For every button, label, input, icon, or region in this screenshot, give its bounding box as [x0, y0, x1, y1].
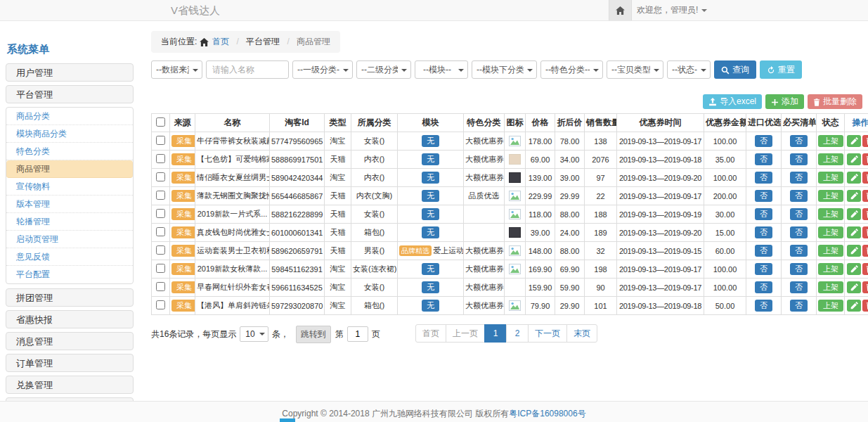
- edit-button[interactable]: [847, 208, 861, 220]
- edit-button[interactable]: [847, 226, 861, 238]
- sidebar-item[interactable]: 版本管理: [6, 196, 133, 213]
- sidebar-section[interactable]: 省惠快报: [6, 310, 134, 328]
- jump-to-button[interactable]: 跳转到: [296, 326, 331, 343]
- must-buy-toggle[interactable]: 否: [790, 208, 808, 220]
- jump-page-input[interactable]: [347, 326, 368, 342]
- import-select-toggle[interactable]: 否: [755, 153, 772, 165]
- sidebar-section[interactable]: 消息管理: [6, 332, 134, 350]
- import-select-toggle[interactable]: 否: [755, 190, 772, 202]
- page-button[interactable]: 上一页: [446, 324, 485, 343]
- page-button[interactable]: 下一页: [528, 324, 567, 343]
- import-select-toggle[interactable]: 否: [755, 300, 772, 312]
- edit-button[interactable]: [847, 245, 861, 257]
- delete-button[interactable]: [862, 172, 868, 184]
- reset-button[interactable]: 重置: [760, 60, 802, 79]
- sidebar-section[interactable]: 用户管理: [6, 63, 134, 82]
- status-toggle[interactable]: 上架: [818, 135, 843, 147]
- import-excel-button[interactable]: 导入excel: [703, 94, 762, 109]
- home-button[interactable]: [609, 0, 632, 20]
- name-search-input[interactable]: [206, 60, 289, 79]
- page-button[interactable]: 2: [506, 324, 529, 343]
- import-select-toggle[interactable]: 否: [755, 172, 772, 184]
- status-toggle[interactable]: 上架: [818, 208, 843, 220]
- filter-select[interactable]: --数据来源--: [151, 60, 202, 79]
- sidebar-section[interactable]: 订单管理: [6, 354, 134, 372]
- batch-delete-button[interactable]: 批量删除: [808, 94, 862, 109]
- edit-button[interactable]: [847, 281, 861, 293]
- sidebar-item[interactable]: 轮播管理: [6, 213, 133, 231]
- must-buy-toggle[interactable]: 否: [790, 300, 808, 312]
- edit-button[interactable]: [847, 300, 861, 312]
- row-checkbox[interactable]: [156, 300, 165, 309]
- per-page-select[interactable]: 10: [240, 326, 268, 342]
- row-checkbox[interactable]: [156, 136, 165, 145]
- sidebar-item[interactable]: 商品分类: [6, 108, 133, 125]
- must-buy-toggle[interactable]: 否: [790, 153, 808, 165]
- scrollbar-thumb[interactable]: [280, 418, 295, 422]
- edit-button[interactable]: [847, 172, 861, 184]
- status-toggle[interactable]: 上架: [818, 300, 843, 312]
- edit-button[interactable]: [847, 153, 861, 165]
- import-select-toggle[interactable]: 否: [755, 281, 772, 293]
- sidebar-section[interactable]: 平台管理: [6, 85, 134, 103]
- row-checkbox[interactable]: [156, 245, 165, 255]
- select-all-checkbox[interactable]: [156, 117, 165, 127]
- filter-select[interactable]: --二级分类--: [356, 60, 411, 79]
- delete-button[interactable]: [862, 226, 868, 238]
- status-toggle[interactable]: 上架: [818, 153, 843, 165]
- page-button[interactable]: 首页: [415, 324, 446, 343]
- sidebar-item[interactable]: 特色分类: [6, 143, 133, 160]
- must-buy-toggle[interactable]: 否: [790, 172, 808, 184]
- row-checkbox[interactable]: [156, 172, 165, 181]
- icp-link[interactable]: 粤ICP备16098006号: [509, 409, 585, 418]
- filter-select[interactable]: --模块--: [415, 60, 468, 79]
- delete-button[interactable]: [862, 245, 868, 257]
- sidebar-item[interactable]: 意见反馈: [6, 248, 133, 266]
- delete-button[interactable]: [862, 135, 868, 147]
- delete-button[interactable]: [862, 300, 868, 312]
- row-checkbox[interactable]: [156, 282, 165, 291]
- must-buy-toggle[interactable]: 否: [790, 135, 808, 147]
- page-button[interactable]: 1: [484, 324, 507, 343]
- must-buy-toggle[interactable]: 否: [790, 226, 808, 238]
- delete-button[interactable]: [862, 190, 868, 202]
- breadcrumb-home-link[interactable]: 首页: [212, 37, 229, 46]
- import-select-toggle[interactable]: 否: [755, 226, 772, 238]
- sidebar-item[interactable]: 启动页管理: [6, 231, 133, 248]
- filter-select[interactable]: --特色分类--: [540, 60, 603, 79]
- status-toggle[interactable]: 上架: [818, 263, 843, 275]
- status-toggle[interactable]: 上架: [818, 172, 843, 184]
- status-toggle[interactable]: 上架: [818, 190, 843, 202]
- must-buy-toggle[interactable]: 否: [790, 281, 808, 293]
- import-select-toggle[interactable]: 否: [755, 263, 772, 275]
- row-checkbox[interactable]: [156, 227, 165, 236]
- sidebar-item[interactable]: 平台配置: [6, 266, 133, 283]
- page-button[interactable]: 末页: [566, 324, 597, 343]
- must-buy-toggle[interactable]: 否: [790, 245, 808, 257]
- filter-select[interactable]: --状态--: [667, 60, 711, 79]
- row-checkbox[interactable]: [156, 209, 165, 218]
- row-checkbox[interactable]: [156, 191, 165, 200]
- sidebar-section[interactable]: 拼团管理: [6, 288, 134, 307]
- must-buy-toggle[interactable]: 否: [790, 263, 808, 275]
- import-select-toggle[interactable]: 否: [755, 245, 772, 257]
- edit-button[interactable]: [847, 135, 861, 147]
- import-select-toggle[interactable]: 否: [755, 208, 772, 220]
- import-select-toggle[interactable]: 否: [755, 135, 772, 147]
- must-buy-toggle[interactable]: 否: [790, 190, 808, 202]
- delete-button[interactable]: [862, 281, 868, 293]
- edit-button[interactable]: [847, 263, 861, 275]
- delete-button[interactable]: [862, 263, 868, 275]
- sidebar-item[interactable]: 模块商品分类: [6, 125, 133, 143]
- filter-select[interactable]: --一级分类--: [292, 60, 353, 79]
- filter-select[interactable]: --模块下分类--: [472, 60, 537, 79]
- sidebar-section[interactable]: 兑换管理: [6, 376, 134, 394]
- filter-select[interactable]: --宝贝类型--: [607, 60, 663, 79]
- add-button[interactable]: 添加: [765, 94, 804, 109]
- row-checkbox[interactable]: [156, 264, 165, 273]
- edit-button[interactable]: [847, 190, 861, 202]
- delete-button[interactable]: [862, 153, 868, 165]
- sidebar-item[interactable]: 宣传物料: [6, 178, 133, 196]
- delete-button[interactable]: [862, 208, 868, 220]
- user-dropdown[interactable]: 欢迎您，管理员!: [637, 0, 707, 20]
